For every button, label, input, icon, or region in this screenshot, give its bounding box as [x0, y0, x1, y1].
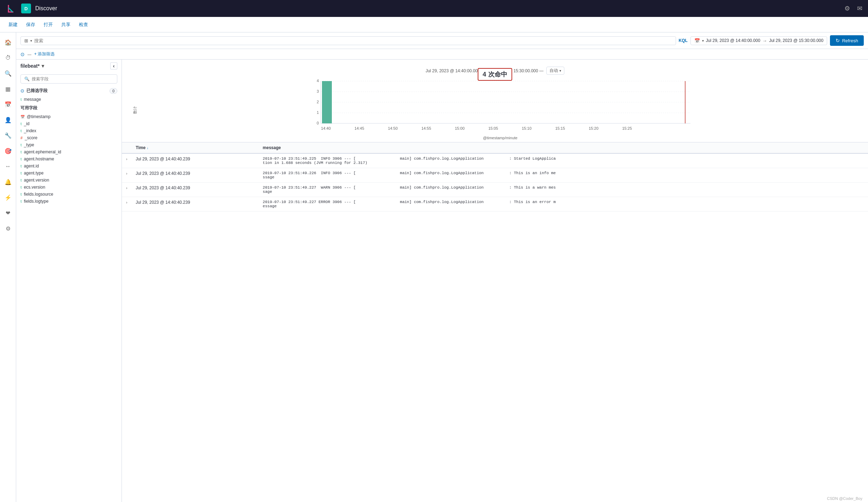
available-field-item[interactable]: tfields.logsource — [16, 191, 122, 198]
available-field-item[interactable]: tagent.hostname — [16, 155, 122, 163]
available-fields-header: 可用字段 — [16, 103, 122, 113]
mail-icon[interactable]: ✉ — [857, 5, 862, 12]
filter-icon[interactable]: ⊙ — [20, 51, 25, 57]
sidebar: filebeat* ▾ ‹ 🔍 ⊙ 已筛选字段 0 tmessage — [16, 60, 122, 502]
nav-bolt[interactable]: ⚡ — [2, 192, 14, 203]
main-layout: 🏠 ⏱ 🔍 ▦ 📅 👤 🔧 🎯 ↔ 🔔 ⚡ ❤ ⚙ ≡ ⊞ ▾ KQL 📅 ▾ … — [0, 32, 868, 502]
available-field-item[interactable]: 📅@timestamp — [16, 113, 122, 120]
col-message-header[interactable]: message — [259, 142, 868, 153]
search-input-wrap[interactable]: ⊞ ▾ — [20, 36, 676, 45]
field-type-indicator: t — [20, 150, 22, 154]
selected-field-item[interactable]: tmessage — [16, 96, 122, 103]
row-message-cell: 2019-07-10 23:51:49.225 INFO 3906 --- [ … — [259, 153, 868, 168]
available-field-item[interactable]: #_score — [16, 134, 122, 141]
available-field-item[interactable]: t_id — [16, 120, 122, 127]
svg-text:15:10: 15:10 — [522, 126, 532, 130]
col-time-header[interactable]: Time ↓ — [131, 142, 259, 153]
svg-text:15:15: 15:15 — [555, 126, 565, 130]
row-time-cell: Jul 29, 2023 @ 14:40:40.239 — [131, 197, 259, 212]
svg-text:1: 1 — [317, 110, 319, 115]
add-filter-button[interactable]: + 添加筛选 — [34, 51, 55, 57]
collapse-sidebar-button[interactable]: ‹ — [110, 62, 117, 69]
search-bar: ⊞ ▾ KQL 📅 ▾ Jul 29, 2023 @ 14:40:00.000 … — [16, 32, 868, 49]
nav-target[interactable]: 🎯 — [2, 145, 14, 157]
inspect-button[interactable]: 检查 — [76, 20, 91, 29]
row-expand-button[interactable]: › — [126, 186, 127, 190]
nav-dashboard[interactable]: ▦ — [2, 83, 14, 94]
col-expand — [122, 142, 131, 153]
available-field-item[interactable]: tfields.logtype — [16, 198, 122, 205]
field-name-label: agent.hostname — [24, 157, 54, 161]
field-type-indicator: t — [20, 122, 22, 126]
field-name-label: agent.version — [24, 178, 49, 183]
hits-count: 4 — [483, 71, 486, 78]
results-table: Time ↓ message ›Jul 29, 2023 @ 14:40:40.… — [122, 142, 868, 502]
available-field-item[interactable]: t_type — [16, 141, 122, 148]
field-type-indicator: # — [20, 136, 23, 140]
available-field-item[interactable]: t_index — [16, 127, 122, 134]
content-layout: filebeat* ▾ ‹ 🔍 ⊙ 已筛选字段 0 tmessage — [16, 60, 868, 502]
kibana-logo-icon — [6, 3, 17, 14]
nav-calendar[interactable]: 📅 — [2, 99, 14, 110]
nav-bell[interactable]: 🔔 — [2, 176, 14, 188]
svg-text:15:25: 15:25 — [622, 126, 632, 130]
nav-time[interactable]: ⏱ — [2, 52, 14, 63]
available-fields-label: 可用字段 — [20, 105, 117, 111]
svg-text:3: 3 — [317, 89, 319, 93]
date-picker[interactable]: 📅 ▾ Jul 29, 2023 @ 14:40:00.000 → Jul 29… — [690, 36, 827, 45]
chart-area: 4 次命中 Jul 29, 2023 @ 14:40:00.000 - Jul … — [122, 60, 868, 142]
available-field-item[interactable]: tagent.ephemeral_id — [16, 148, 122, 155]
date-arrow: → — [762, 38, 767, 43]
row-expand-button[interactable]: › — [126, 172, 127, 176]
selected-fields-list: tmessage — [16, 96, 122, 103]
new-button[interactable]: 新建 — [6, 20, 20, 29]
available-field-item[interactable]: tagent.version — [16, 177, 122, 184]
search-type-icon: ⊞ — [24, 38, 28, 43]
left-nav: 🏠 ⏱ 🔍 ▦ 📅 👤 🔧 🎯 ↔ 🔔 ⚡ ❤ ⚙ ≡ — [0, 32, 16, 502]
settings-icon[interactable]: ⚙ — [844, 5, 850, 12]
time-sort-icon: ↓ — [147, 146, 148, 150]
chart-svg: 0 1 2 3 4 — [138, 78, 862, 134]
kql-badge[interactable]: KQL — [679, 38, 688, 43]
toolbar: 新建 保存 打开 共享 检查 — [0, 17, 868, 32]
row-expand-cell: › — [122, 168, 131, 183]
save-button[interactable]: 保存 — [23, 20, 38, 29]
user-avatar: D — [21, 4, 31, 13]
field-type-indicator: t — [20, 192, 22, 196]
time-col-label: Time — [136, 145, 145, 150]
chart-bar — [322, 81, 332, 123]
table-row: ›Jul 29, 2023 @ 14:40:40.2392019-07-10 2… — [122, 197, 868, 212]
nav-transfer[interactable]: ↔ — [2, 161, 14, 172]
field-type-indicator: t — [20, 143, 22, 147]
field-name-label: agent.id — [24, 164, 39, 169]
row-time-cell: Jul 29, 2023 @ 14:40:40.239 — [131, 153, 259, 168]
field-search-icon: 🔍 — [24, 76, 30, 81]
nav-gear[interactable]: ⚙ — [2, 223, 14, 234]
available-field-item[interactable]: tecs.version — [16, 184, 122, 191]
available-field-item[interactable]: tagent.id — [16, 163, 122, 170]
index-selector[interactable]: filebeat* ▾ ‹ — [16, 60, 122, 72]
nav-discover[interactable]: 🔍 — [2, 68, 14, 79]
nav-heart[interactable]: ❤ — [2, 207, 14, 219]
open-button[interactable]: 打开 — [41, 20, 56, 29]
nav-home[interactable]: 🏠 — [2, 37, 14, 48]
nav-user[interactable]: 👤 — [2, 114, 14, 126]
field-search-input[interactable] — [32, 76, 113, 81]
field-name-label: agent.type — [24, 171, 44, 176]
search-input[interactable] — [34, 38, 672, 43]
row-expand-cell: › — [122, 153, 131, 168]
field-name-label: _type — [24, 142, 34, 147]
share-button[interactable]: 共享 — [58, 20, 73, 29]
nav-settings2[interactable]: 🔧 — [2, 130, 14, 141]
data-table: Time ↓ message ›Jul 29, 2023 @ 14:40:40.… — [122, 142, 868, 212]
available-field-item[interactable]: tagent.type — [16, 170, 122, 177]
field-type-indicator: t — [20, 178, 22, 182]
field-search-box[interactable]: 🔍 — [20, 74, 117, 84]
svg-text:15:20: 15:20 — [589, 126, 599, 130]
row-expand-button[interactable]: › — [126, 157, 127, 161]
search-dropdown-btn[interactable]: ▾ — [30, 39, 32, 43]
row-time-cell: Jul 29, 2023 @ 14:40:40.239 — [131, 183, 259, 197]
refresh-button[interactable]: ↻ Refresh — [830, 35, 864, 46]
row-expand-button[interactable]: › — [126, 201, 127, 204]
auto-interval-select[interactable]: 自动 ▾ — [546, 67, 564, 75]
